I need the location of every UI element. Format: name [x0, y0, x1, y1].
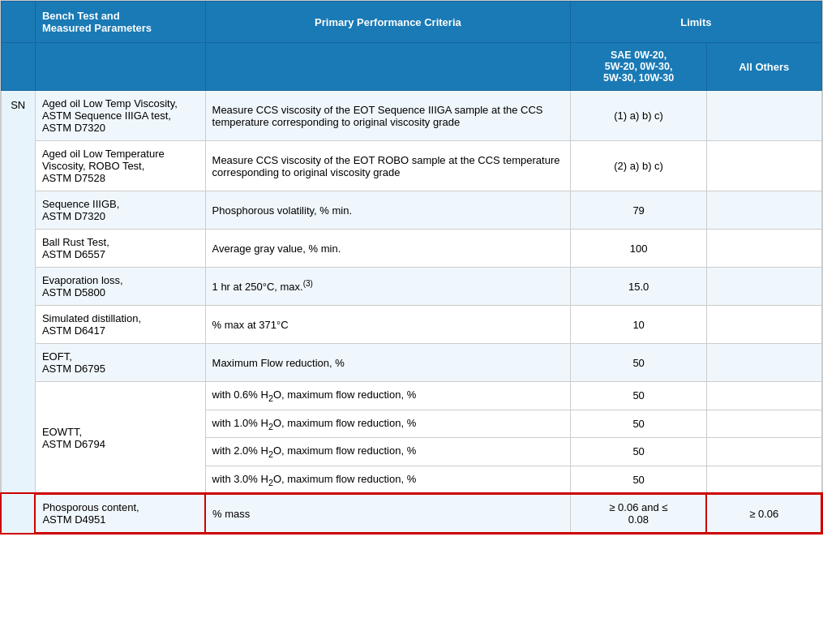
sae-limit-cell: 79 [571, 191, 707, 230]
superscript-3: (3) [303, 279, 313, 288]
others-limit-cell [706, 91, 821, 141]
primary-criteria-cell: 1 hr at 250°C, max.(3) [205, 268, 571, 306]
main-table-wrapper: Bench Test and Measured Parameters Prima… [0, 0, 823, 535]
sae-limit-cell: 15.0 [571, 268, 707, 306]
others-limit-cell [706, 191, 821, 230]
primary-criteria-cell: Measure CCS viscosity of the EOT ROBO sa… [205, 141, 571, 191]
sae-limit-cell: (1) a) b) c) [571, 91, 707, 141]
table-row: Ball Rust Test,ASTM D6557 Average gray v… [2, 230, 822, 268]
others-limit-cell [706, 438, 821, 466]
others-limit-cell [706, 410, 821, 438]
header-bench-test: Bench Test and Measured Parameters [35, 2, 205, 43]
sae-limit-cell: 50 [571, 344, 707, 382]
primary-criteria-cell: Measure CCS viscosity of the EOT Sequenc… [205, 91, 571, 141]
table-row: Aged oil Low Temperature Viscosity, ROBO… [2, 141, 822, 191]
others-limit-cell [706, 268, 821, 306]
header-row-1: Bench Test and Measured Parameters Prima… [2, 2, 822, 43]
others-limit-cell [706, 306, 821, 344]
sae-limit-cell: (2) a) b) c) [571, 141, 707, 191]
others-limit-cell: ≥ 0.06 [706, 494, 821, 533]
data-table: Bench Test and Measured Parameters Prima… [1, 1, 822, 534]
header-others-label: All Others [739, 61, 789, 73]
primary-criteria-cell: with 0.6% H2O, maximum flow reduction, % [205, 382, 571, 410]
bench-test-cell: Sequence IIIGB,ASTM D7320 [35, 191, 205, 230]
sae-limit-cell: 50 [571, 466, 707, 494]
bench-test-cell: Simulated distillation,ASTM D6417 [35, 306, 205, 344]
table-row: Sequence IIIGB,ASTM D7320 Phosphorous vo… [2, 191, 822, 230]
primary-criteria-cell: % max at 371°C [205, 306, 571, 344]
table-row: Evaporation loss,ASTM D5800 1 hr at 250°… [2, 268, 822, 306]
header-limits-label: Limits [680, 16, 711, 28]
header-primary-performance: Primary Performance Criteria [205, 2, 571, 43]
bench-test-cell: Evaporation loss,ASTM D5800 [35, 268, 205, 306]
header-sae-grades: SAE 0W-20, 5W-20, 0W-30, 5W-30, 10W-30 [571, 43, 707, 91]
bench-test-cell: EOFT,ASTM D6795 [35, 344, 205, 382]
table-row: EOFT,ASTM D6795 Maximum Flow reduction, … [2, 344, 822, 382]
primary-criteria-cell: with 1.0% H2O, maximum flow reduction, % [205, 410, 571, 438]
table-row: Simulated distillation,ASTM D6417 % max … [2, 306, 822, 344]
header-bench-label: Bench Test and Measured Parameters [42, 10, 152, 34]
table-row: EOWTT,ASTM D6794 with 0.6% H2O, maximum … [2, 382, 822, 410]
bench-test-cell: Aged oil Low Temp Viscosity, ASTM Sequen… [35, 91, 205, 141]
bench-test-cell: Phosporous content,ASTM D4951 [35, 494, 205, 533]
bench-test-cell: Ball Rust Test,ASTM D6557 [35, 230, 205, 268]
primary-criteria-cell: Average gray value, % min. [205, 230, 571, 268]
sn-cell: SN [2, 91, 36, 534]
table-row-highlighted: Phosporous content,ASTM D4951 % mass ≥ 0… [2, 494, 822, 533]
table-body: SN Aged oil Low Temp Viscosity, ASTM Seq… [2, 91, 822, 534]
others-limit-cell [706, 230, 821, 268]
others-limit-cell [706, 344, 821, 382]
primary-criteria-cell: Phosphorous volatility, % min. [205, 191, 571, 230]
header-row-2: SAE 0W-20, 5W-20, 0W-30, 5W-30, 10W-30 A… [2, 43, 822, 91]
header-all-others: All Others [706, 43, 821, 91]
sae-limit-cell: ≥ 0.06 and ≤0.08 [571, 494, 707, 533]
bench-test-cell: Aged oil Low Temperature Viscosity, ROBO… [35, 141, 205, 191]
others-limit-cell [706, 382, 821, 410]
others-limit-cell [706, 141, 821, 191]
primary-criteria-cell: with 2.0% H2O, maximum flow reduction, % [205, 438, 571, 466]
primary-criteria-cell: % mass [205, 494, 571, 533]
others-limit-cell [706, 466, 821, 494]
primary-criteria-cell: with 3.0% H2O, maximum flow reduction, % [205, 466, 571, 494]
sae-limit-cell: 50 [571, 382, 707, 410]
sae-limit-cell: 10 [571, 306, 707, 344]
primary-criteria-cell: Maximum Flow reduction, % [205, 344, 571, 382]
sae-limit-cell: 50 [571, 438, 707, 466]
sae-limit-cell: 100 [571, 230, 707, 268]
header-primary-label: Primary Performance Criteria [315, 16, 461, 28]
sae-limit-cell: 50 [571, 410, 707, 438]
header-sae-label: SAE 0W-20, 5W-20, 0W-30, 5W-30, 10W-30 [603, 49, 674, 84]
bench-test-cell: EOWTT,ASTM D6794 [35, 382, 205, 495]
table-row: SN Aged oil Low Temp Viscosity, ASTM Seq… [2, 91, 822, 141]
header-limits: Limits [571, 2, 821, 43]
